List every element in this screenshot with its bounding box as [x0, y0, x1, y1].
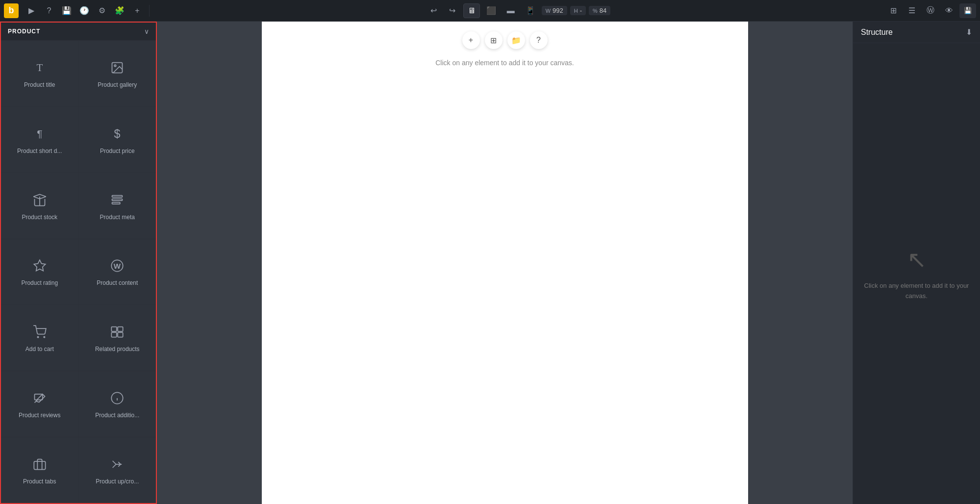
svg-text:W: W	[114, 262, 121, 270]
tablet-portrait-btn[interactable]: ▬	[503, 3, 519, 18]
plus-btn[interactable]: +	[129, 3, 145, 19]
widget-item-product-reviews[interactable]: Product reviews	[1, 371, 78, 437]
product-tabs-icon	[33, 457, 47, 473]
product-short-desc-label: Product short d...	[17, 148, 62, 154]
publish-btn[interactable]: 💾	[959, 3, 976, 18]
canvas-help-btn[interactable]: ?	[530, 31, 548, 49]
sidebar-header: PRODUCT ∨	[1, 23, 156, 41]
layers-btn[interactable]: ☰	[904, 3, 920, 18]
svg-rect-15	[118, 327, 123, 331]
height-input-group: H -	[570, 6, 586, 15]
logo: b	[4, 3, 19, 18]
cursor-tool-btn[interactable]: ▶	[24, 3, 39, 19]
zoom-value: 84	[600, 7, 606, 14]
wp-btn[interactable]: Ⓦ	[922, 3, 939, 18]
toolbar-divider-1	[149, 5, 150, 17]
add-to-cart-icon	[33, 325, 47, 341]
widget-item-product-rating[interactable]: Product rating	[1, 239, 78, 305]
widget-btn[interactable]: 🧩	[112, 3, 127, 19]
height-label: H	[574, 8, 578, 14]
canvas-add-btn[interactable]: +	[462, 31, 480, 49]
redo-btn[interactable]: ↪	[445, 3, 460, 19]
svg-marker-9	[34, 260, 45, 271]
svg-rect-6	[112, 195, 123, 197]
widget-item-add-to-cart[interactable]: Add to cart	[1, 305, 78, 371]
widget-item-product-tabs[interactable]: Product tabs	[1, 437, 78, 503]
svg-point-2	[114, 65, 116, 67]
widget-item-product-gallery[interactable]: Product gallery	[79, 41, 156, 106]
history-btn[interactable]: 🕐	[76, 3, 92, 19]
product-upcross-label: Product up/cro...	[96, 478, 139, 485]
tablet-landscape-btn[interactable]: ⬛	[483, 3, 500, 18]
undo-btn[interactable]: ↩	[426, 3, 442, 19]
product-price-label: Product price	[100, 148, 135, 154]
svg-rect-7	[112, 199, 123, 201]
right-panel: Structure ⬇ ↖ Click on any element to ad…	[853, 22, 980, 504]
zoom-label: %	[593, 8, 598, 14]
toolbar-center: ↩ ↪ 🖥 ⬛ ▬ 📱 W 992 H - % 84	[153, 3, 883, 19]
svg-rect-16	[112, 333, 117, 337]
width-value: 992	[553, 7, 563, 14]
product-stock-icon	[33, 193, 47, 209]
structure-title: Structure	[861, 28, 893, 37]
right-panel-hint: Click on any element to add it to your c…	[863, 281, 970, 302]
related-products-icon	[110, 325, 124, 341]
product-content-label: Product content	[97, 279, 138, 286]
svg-text:¶: ¶	[37, 128, 42, 139]
widget-item-product-short-desc[interactable]: ¶Product short d...	[1, 107, 78, 173]
widget-item-product-meta[interactable]: Product meta	[79, 173, 156, 239]
canvas-toolbar: +⊞📁?	[462, 31, 548, 49]
widget-item-product-price[interactable]: $Product price	[79, 107, 156, 173]
widget-item-product-stock[interactable]: Product stock	[1, 173, 78, 239]
width-input-group: W 992	[542, 6, 567, 15]
zoom-input-group: % 84	[589, 6, 610, 15]
svg-rect-23	[34, 461, 45, 469]
main-layout: PRODUCT ∨ TProduct titleProduct gallery¶…	[0, 22, 980, 504]
sidebar-title: PRODUCT	[8, 28, 40, 35]
product-gallery-icon	[110, 61, 124, 76]
canvas-area: +⊞📁? Click on any element to add it to y…	[157, 22, 853, 504]
settings-btn[interactable]: ⚙	[94, 3, 110, 19]
widget-item-product-upcross[interactable]: Product up/cro...	[79, 437, 156, 503]
left-sidebar: PRODUCT ∨ TProduct titleProduct gallery¶…	[0, 22, 157, 504]
desktop-btn[interactable]: 🖥	[463, 3, 480, 18]
widget-item-product-additional[interactable]: Product additio...	[79, 371, 156, 437]
svg-rect-14	[112, 327, 117, 331]
product-upcross-icon	[110, 457, 124, 473]
download-icon[interactable]: ⬇	[966, 27, 972, 37]
widget-item-related-products[interactable]: Related products	[79, 305, 156, 371]
widget-item-product-title[interactable]: TProduct title	[1, 41, 78, 106]
widget-item-product-content[interactable]: WProduct content	[79, 239, 156, 305]
product-tabs-label: Product tabs	[23, 478, 56, 485]
product-title-label: Product title	[24, 81, 55, 88]
svg-rect-17	[118, 333, 123, 337]
product-reviews-label: Product reviews	[19, 412, 60, 419]
height-value: -	[580, 7, 582, 14]
main-toolbar: b ▶ ? 💾 🕐 ⚙ 🧩 + ↩ ↪ 🖥 ⬛ ▬ 📱 W 992 H - % …	[0, 0, 980, 22]
columns-btn[interactable]: ⊞	[885, 3, 902, 18]
product-short-desc-icon: ¶	[33, 127, 47, 143]
help-btn[interactable]: ?	[41, 3, 57, 19]
canvas-hint: Click on any element to add it to your c…	[435, 59, 574, 67]
product-stock-label: Product stock	[22, 214, 57, 221]
product-additional-icon	[110, 391, 124, 407]
preview-btn[interactable]: 👁	[941, 3, 957, 18]
canvas-folder-btn[interactable]: 📁	[507, 31, 525, 49]
canvas-columns-btn[interactable]: ⊞	[485, 31, 503, 49]
svg-point-12	[37, 337, 38, 338]
canvas-inner: Click on any element to add it to your c…	[262, 22, 748, 504]
product-title-icon: T	[33, 61, 47, 76]
svg-text:T: T	[36, 62, 43, 74]
product-price-icon: $	[110, 127, 124, 143]
widget-grid: TProduct titleProduct gallery¶Product sh…	[1, 41, 156, 503]
save-btn[interactable]: 💾	[59, 3, 75, 19]
product-gallery-label: Product gallery	[98, 81, 137, 88]
product-rating-label: Product rating	[21, 279, 58, 286]
right-panel-body: ↖ Click on any element to add it to your…	[853, 43, 980, 504]
product-meta-icon	[110, 193, 124, 209]
sidebar-collapse-icon[interactable]: ∨	[144, 27, 149, 35]
cursor-icon: ↖	[907, 246, 927, 273]
product-rating-icon	[33, 259, 47, 275]
svg-rect-8	[112, 202, 120, 204]
mobile-btn[interactable]: 📱	[522, 3, 539, 18]
